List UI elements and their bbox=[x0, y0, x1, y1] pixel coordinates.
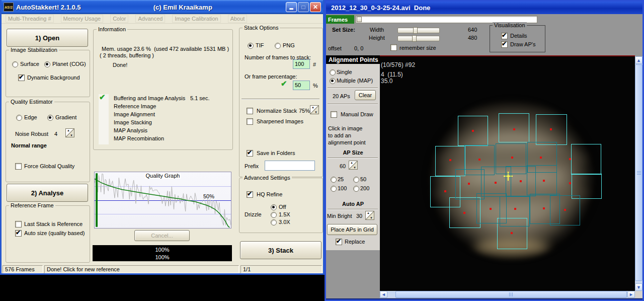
single-label: Single bbox=[337, 69, 352, 76]
manual-draw-checkbox[interactable] bbox=[331, 111, 337, 118]
height-value: 480 bbox=[468, 35, 477, 41]
drizzle-30x-radio[interactable] bbox=[271, 219, 277, 225]
ap-dot bbox=[511, 157, 513, 159]
minimize-button[interactable] bbox=[286, 2, 297, 12]
menu-item-about[interactable]: About bbox=[228, 15, 248, 23]
quality-estimator-group: Quality Estimator Edge Gradient Noise Ro… bbox=[6, 102, 90, 182]
frame-percentage-input[interactable]: 50 bbox=[293, 81, 310, 90]
replace-checkbox[interactable] bbox=[336, 239, 342, 245]
draw-aps-checkbox[interactable] bbox=[501, 41, 508, 48]
status-frames: 576 Frames bbox=[3, 265, 43, 273]
cancel-button[interactable]: Cancel... bbox=[134, 230, 190, 241]
ap-dot bbox=[472, 130, 474, 132]
edge-radio[interactable] bbox=[16, 115, 22, 121]
hq-refine-checkbox[interactable] bbox=[247, 191, 253, 198]
scroll-left-button[interactable]: ◄ bbox=[380, 291, 387, 298]
remember-size-label: remember size bbox=[399, 45, 436, 51]
sharpened-images-checkbox[interactable] bbox=[247, 118, 253, 125]
analyse-button[interactable]: 2) Analyse bbox=[7, 184, 88, 202]
min-bright-spinner[interactable] bbox=[365, 211, 374, 220]
frames-slider-thumb[interactable] bbox=[357, 17, 362, 22]
menu-item-image-calibration[interactable]: Image Calibration bbox=[172, 15, 220, 23]
menu-item-multithreading[interactable]: Multi-Threading # bbox=[6, 15, 54, 23]
save-in-folders-checkbox[interactable] bbox=[247, 150, 253, 157]
planet-canvas[interactable]: (10/576) #92 4 (11.5) 35.0 bbox=[380, 55, 635, 291]
height-slider-thumb[interactable] bbox=[412, 35, 417, 42]
manual-draw-label: Manual Draw bbox=[341, 111, 373, 118]
noise-robust-spinner[interactable] bbox=[65, 128, 74, 137]
scroll-right-button[interactable]: ► bbox=[627, 291, 635, 298]
overlay-frame-info: (10/576) #92 bbox=[381, 61, 415, 68]
title-bar[interactable]: AS!2 AutoStakkert! 2.1.0.5 (c) Emil Kraa… bbox=[2, 0, 323, 14]
check-icon: ✔ bbox=[99, 94, 106, 100]
hint-line: to add an bbox=[328, 132, 351, 139]
status-message[interactable]: Done! Click for new reference bbox=[44, 265, 239, 273]
ap-dot bbox=[444, 190, 446, 192]
group-title: Image Stabilization bbox=[9, 47, 59, 53]
multiple-map-radio[interactable] bbox=[330, 78, 336, 84]
ap-size-100-radio[interactable] bbox=[331, 186, 337, 192]
gradient-radio[interactable] bbox=[47, 115, 53, 121]
width-value: 640 bbox=[468, 27, 477, 33]
ap-size-200-radio[interactable] bbox=[353, 186, 359, 192]
frame-percentage-label: Or frame percentage: bbox=[245, 73, 297, 80]
normalize-stack-checkbox[interactable] bbox=[247, 108, 253, 114]
ap-size-50-radio[interactable] bbox=[353, 177, 359, 183]
step-status-strip bbox=[99, 94, 109, 144]
window-title: AutoStakkert! 2.1.0.5 bbox=[16, 4, 81, 11]
auto-size-checkbox[interactable] bbox=[15, 230, 22, 237]
width-slider-thumb[interactable] bbox=[413, 27, 418, 34]
place-aps-button[interactable]: Place APs in Grid bbox=[327, 224, 377, 235]
planet-cog-radio[interactable] bbox=[44, 61, 50, 67]
clear-button[interactable]: Clear bbox=[355, 90, 376, 100]
resize-grip[interactable] bbox=[635, 291, 642, 298]
tif-radio[interactable] bbox=[248, 43, 254, 49]
menu-item-color[interactable]: Color bbox=[110, 15, 128, 23]
ap-size-100-label: 100 bbox=[338, 185, 347, 192]
single-radio[interactable] bbox=[330, 69, 336, 76]
horizontal-scroll-thumb[interactable] bbox=[395, 291, 627, 298]
preview-title-bar[interactable]: 2012_12_30_0-3-25-24.avi Done bbox=[326, 2, 642, 14]
ap-size-label: AP Size bbox=[326, 149, 380, 156]
prefix-input[interactable] bbox=[265, 161, 315, 171]
scroll-up-button[interactable]: ▲ bbox=[635, 56, 642, 64]
scroll-down-button[interactable]: ▼ bbox=[635, 283, 642, 291]
step-label: Image Alignment bbox=[114, 111, 155, 118]
title-copyright: (c) Emil Kraaikamp bbox=[81, 4, 285, 11]
close-button[interactable] bbox=[310, 2, 321, 12]
height-slider[interactable] bbox=[397, 36, 440, 41]
frames-to-stack-input[interactable]: 100 bbox=[293, 59, 310, 69]
normalize-spinner[interactable] bbox=[310, 105, 319, 114]
details-checkbox[interactable] bbox=[501, 33, 508, 39]
drizzle-15x-radio[interactable] bbox=[271, 212, 277, 218]
ap-size-25-radio[interactable] bbox=[331, 177, 337, 183]
menu-item-advanced[interactable]: Advanced bbox=[135, 15, 165, 23]
ap-box bbox=[499, 113, 529, 142]
last-stack-checkbox[interactable] bbox=[15, 221, 22, 228]
maximize-button[interactable] bbox=[298, 2, 309, 12]
width-slider[interactable] bbox=[397, 28, 440, 33]
png-radio[interactable] bbox=[275, 43, 281, 49]
remember-size-checkbox[interactable] bbox=[390, 44, 397, 51]
min-bright-label: Min Bright bbox=[327, 213, 352, 219]
vertical-scroll-thumb[interactable] bbox=[635, 64, 642, 281]
ap-size-spinner[interactable] bbox=[349, 161, 358, 170]
percent-unit: % bbox=[313, 83, 318, 89]
drizzle-off-radio[interactable] bbox=[271, 204, 277, 210]
ap-box bbox=[500, 196, 530, 227]
dynamic-background-checkbox[interactable] bbox=[18, 74, 25, 81]
ap-dot bbox=[569, 158, 571, 160]
force-global-quality-checkbox[interactable] bbox=[15, 163, 22, 170]
vertical-scrollbar[interactable]: ▲ ▼ bbox=[635, 56, 642, 291]
open-button[interactable]: 1) Open bbox=[7, 29, 88, 47]
details-label: Details bbox=[510, 33, 527, 39]
menu-item-memory-usage[interactable]: Memory Usage bbox=[61, 15, 104, 23]
quality-graph: Quality Graph 50% bbox=[94, 172, 231, 229]
alignment-points-header: Alignment Points bbox=[326, 55, 380, 64]
step-label: Image Stacking bbox=[114, 119, 152, 126]
stack-button[interactable]: 3) Stack bbox=[240, 241, 321, 259]
surface-radio[interactable] bbox=[12, 61, 18, 67]
horizontal-scrollbar[interactable]: ◄ ► bbox=[380, 291, 635, 298]
done-line: Done! bbox=[113, 62, 127, 68]
replace-label: Replace bbox=[345, 239, 365, 245]
